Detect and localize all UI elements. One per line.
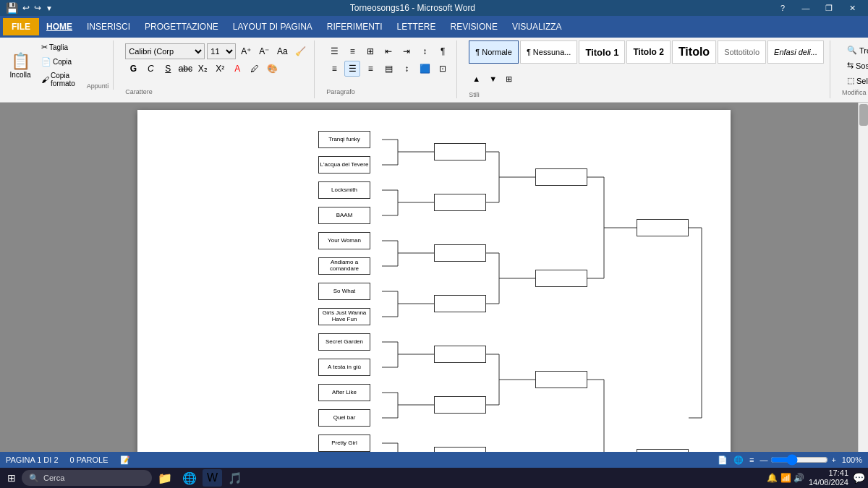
restore-button[interactable]: ❐ [819, 1, 839, 14]
trova-button[interactable]: 🔍 Trova ▼ [842, 43, 868, 57]
outline-button[interactable]: ⊞ [362, 43, 378, 59]
bold-button[interactable]: G [125, 61, 141, 77]
paragraph-section: ☰ ≡ ⊞ ⇤ ⇥ ↕ ¶ ≡ ☰ ≡ ▤ ↕ 🟦 ⊡ Paragrafo [320, 40, 457, 98]
shading-para-button[interactable]: 🟦 [417, 61, 433, 77]
increase-indent-button[interactable]: ⇥ [399, 43, 414, 59]
highlight-button[interactable]: 🖊 [247, 61, 263, 77]
paste-label: Incolla [10, 71, 31, 79]
seed-12: Quel bar [318, 409, 370, 427]
view-web-button[interactable]: 🌐 [733, 455, 744, 465]
cut-button[interactable]: ✂ Taglia [38, 40, 84, 54]
style-titolo[interactable]: Titolo [672, 40, 716, 64]
decrease-font-button[interactable]: A⁻ [256, 43, 272, 59]
sostituisci-button[interactable]: ⇆ Sostituisci [842, 59, 868, 72]
styles-section-label: Stili [469, 91, 824, 98]
clock: 17:41 14/08/2024 [809, 468, 848, 487]
style-titolo1[interactable]: Titolo 1 [579, 40, 625, 64]
seed-4: BAAM [318, 207, 370, 224]
search-bar[interactable]: 🔍 Cerca [22, 470, 152, 486]
zoom-range[interactable] [770, 454, 828, 466]
paste-button[interactable]: 📋 Incolla [6, 40, 35, 90]
customize-icon[interactable]: ▼ [46, 4, 53, 12]
underline-button[interactable]: S [160, 61, 176, 77]
bullets-button[interactable]: ☰ [326, 43, 342, 59]
minimize-button[interactable]: — [796, 1, 816, 14]
seed-11: After Like [318, 384, 370, 401]
line-spacing-button[interactable]: ↕ [399, 61, 414, 77]
font-size-select[interactable]: 11 [207, 43, 236, 59]
redo-icon[interactable]: ↪ [34, 3, 41, 13]
style-enfasi[interactable]: Enfasi deli... [767, 40, 824, 64]
seed-5: Your Woman [318, 232, 370, 249]
taskbar: ⊞ 🔍 Cerca 📁 🌐 W 🎵 🔔 📶 🔊 17:41 14/08/2024… [0, 468, 868, 488]
word-count: 0 PAROLE [70, 455, 109, 464]
layout-menu-item[interactable]: LAYOUT DI PAGINA [226, 18, 320, 35]
revisione-menu-item[interactable]: REVISIONE [443, 18, 505, 35]
modify-section: 🔍 Trova ▼ ⇆ Sostituisci ⬚ Seleziona ▼ Mo… [836, 40, 868, 99]
file-menu-button[interactable]: FILE [3, 18, 39, 35]
seed-10: A testa in giù [318, 359, 370, 376]
shading-button[interactable]: 🎨 [264, 61, 280, 77]
word-taskbar-button[interactable]: W [203, 469, 222, 487]
inserisci-menu-item[interactable]: INSERISCI [80, 18, 137, 35]
file-explorer-button[interactable]: 📁 [153, 469, 176, 487]
subscript-button[interactable]: X₂ [195, 61, 210, 77]
zoom-slider[interactable]: — + [760, 454, 835, 466]
progettazione-menu-item[interactable]: PROGETTAZIONE [137, 18, 226, 35]
riferimenti-menu-item[interactable]: RIFERIMENTI [320, 18, 390, 35]
chrome-button[interactable]: 🌐 [178, 469, 201, 487]
style-titolo2[interactable]: Titolo 2 [626, 40, 670, 64]
superscript-button[interactable]: X² [212, 61, 228, 77]
styles-scroll-up[interactable]: ▲ [469, 72, 484, 86]
page-info: PAGINA 1 DI 2 [6, 455, 59, 464]
show-formatting-button[interactable]: ¶ [435, 43, 451, 59]
ribbon: 📋 Incolla ✂ Taglia 📄 Copia 🖌 Copia forma… [0, 38, 868, 103]
undo-icon[interactable]: ↩ [22, 3, 30, 13]
case-button[interactable]: Aa [274, 43, 290, 59]
start-button[interactable]: ⊞ [3, 469, 20, 487]
r3-match-3 [535, 371, 587, 388]
style-nessuna[interactable]: ¶ Nessuna... [520, 40, 578, 64]
visualizza-menu-item[interactable]: VISUALIZZA [505, 18, 569, 35]
strikethrough-button[interactable]: abc [177, 61, 193, 77]
format-painter-button[interactable]: 🖌 Copia formato [38, 69, 84, 90]
font-family-select[interactable]: Calibri (Corp [125, 43, 205, 59]
system-tray-icons: 🔔 📶 🔊 [767, 473, 804, 483]
view-print-button[interactable]: 📄 [718, 455, 728, 465]
justify-button[interactable]: ▤ [380, 61, 396, 77]
seed-2: L'acqua del Tevere [318, 156, 370, 174]
r2-match-7 [434, 447, 486, 452]
sort-button[interactable]: ↕ [417, 43, 433, 59]
align-center-button[interactable]: ☰ [344, 61, 360, 77]
font-color-button[interactable]: A [229, 61, 245, 77]
spotify-button[interactable]: 🎵 [224, 469, 247, 487]
seed-13: Pretty Girl [318, 435, 370, 452]
italic-button[interactable]: C [142, 61, 158, 77]
styles-scroll-down[interactable]: ▼ [485, 72, 501, 86]
copy-button[interactable]: 📄 Copia [38, 55, 84, 69]
home-menu-item[interactable]: HOME [39, 18, 80, 35]
increase-font-button[interactable]: A⁺ [238, 43, 254, 59]
word-icon: 💾 [6, 2, 18, 14]
styles-expand[interactable]: ⊞ [502, 72, 516, 86]
proofing-icon[interactable]: 📝 [120, 455, 130, 465]
align-right-button[interactable]: ≡ [362, 61, 378, 77]
close-button[interactable]: ✕ [842, 1, 862, 14]
clear-format-button[interactable]: 🧹 [292, 43, 308, 59]
seleziona-button[interactable]: ⬚ Seleziona ▼ [842, 74, 868, 87]
align-left-button[interactable]: ≡ [326, 61, 342, 77]
decrease-indent-button[interactable]: ⇤ [380, 43, 396, 59]
style-normal[interactable]: ¶ Normale [469, 40, 519, 64]
numbering-button[interactable]: ≡ [344, 43, 360, 59]
style-sottotitolo[interactable]: Sottotitolo [718, 40, 766, 64]
vertical-scrollbar[interactable] [858, 103, 868, 452]
lettere-menu-item[interactable]: LETTERE [390, 18, 443, 35]
seed-7: So What [318, 283, 370, 300]
borders-button[interactable]: ⊡ [435, 61, 451, 77]
notification-button[interactable]: 💬 [853, 472, 865, 484]
r3-match-1 [535, 168, 587, 186]
search-icon: 🔍 [29, 474, 39, 483]
scrollbar-thumb[interactable] [859, 104, 868, 126]
help-button[interactable]: ? [773, 1, 793, 14]
view-outline-button[interactable]: ≡ [749, 455, 754, 464]
